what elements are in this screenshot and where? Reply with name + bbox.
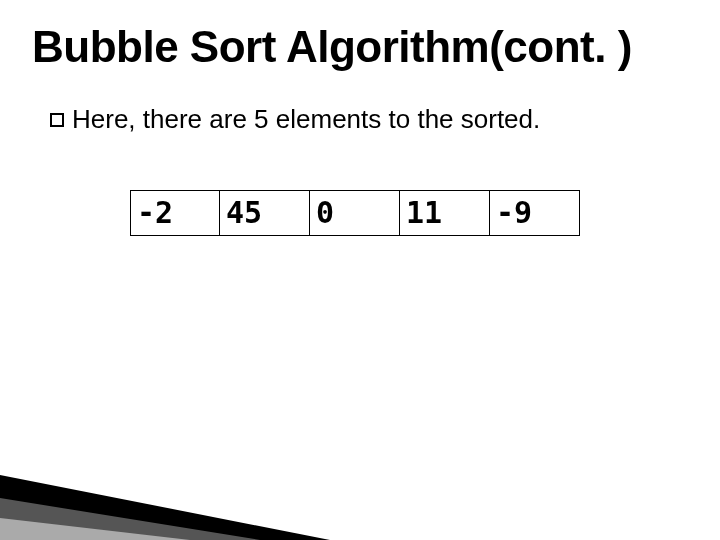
array-cell: 45 bbox=[220, 190, 310, 236]
array-cell: 11 bbox=[400, 190, 490, 236]
array-row: -2 45 0 11 -9 bbox=[130, 190, 580, 236]
body-bold: Here, bbox=[72, 104, 136, 134]
array-cell: -9 bbox=[490, 190, 580, 236]
corner-decoration-icon bbox=[0, 420, 330, 540]
slide-title: Bubble Sort Algorithm(cont. ) bbox=[32, 22, 632, 72]
square-bullet-icon bbox=[50, 113, 64, 127]
array-cell: -2 bbox=[130, 190, 220, 236]
svg-marker-2 bbox=[0, 518, 190, 540]
body-rest: there are 5 elements to the sorted. bbox=[136, 104, 541, 134]
svg-marker-0 bbox=[0, 475, 330, 540]
svg-marker-1 bbox=[0, 498, 260, 540]
body-text: Here, there are 5 elements to the sorted… bbox=[50, 104, 540, 135]
array-cell: 0 bbox=[310, 190, 400, 236]
